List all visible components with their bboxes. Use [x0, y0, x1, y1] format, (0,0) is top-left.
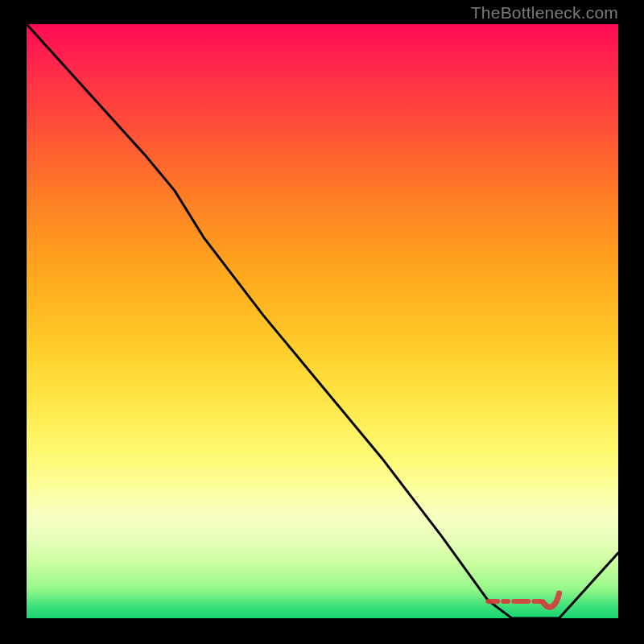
chart-overlay — [27, 24, 618, 618]
bottleneck-curve — [27, 24, 618, 618]
watermark-text: TheBottleneck.com — [471, 3, 618, 23]
optimal-check-icon — [543, 593, 559, 607]
chart-frame: TheBottleneck.com — [0, 0, 644, 644]
